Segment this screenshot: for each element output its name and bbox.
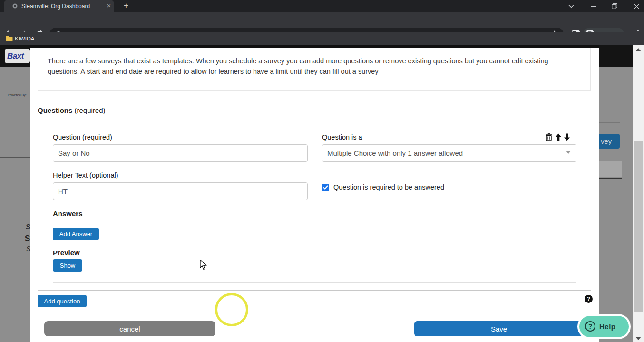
checkmark-icon	[323, 185, 328, 190]
page-scrollbar[interactable]	[633, 45, 644, 342]
preview-heading: Preview	[53, 249, 80, 257]
question-divider	[53, 282, 576, 283]
new-tab-button[interactable]: +	[121, 1, 131, 10]
move-question-down-icon[interactable]	[563, 133, 571, 141]
background-divider	[599, 122, 620, 123]
select-caret-icon	[566, 151, 571, 154]
questions-required-suffix: (required)	[72, 106, 105, 114]
questions-heading: Questions (required)	[38, 106, 106, 114]
window-close-button[interactable]	[632, 2, 641, 10]
intro-panel: There are a few surveys that exist as te…	[38, 48, 591, 91]
schedule-survey-button-fragment: vey	[599, 134, 620, 149]
scrollbar-thumb[interactable]	[634, 141, 643, 312]
site-header-right: Log out	[599, 45, 633, 67]
question-card: Question (required) Question is a Multip…	[38, 116, 591, 291]
scrollbar-up-arrow[interactable]	[635, 48, 641, 51]
window-restore-button[interactable]	[610, 2, 619, 10]
show-preview-button[interactable]: Show	[53, 259, 82, 272]
help-widget-button[interactable]: ? Help	[579, 316, 629, 337]
background-panel-fragment	[599, 161, 622, 177]
required-checkbox-label: Question is required to be answered	[333, 183, 444, 191]
add-question-button[interactable]: Add question	[38, 295, 87, 307]
cancel-button[interactable]: cancel	[44, 321, 215, 336]
tab-title: Steamville: Org Dashboard	[21, 3, 98, 10]
move-question-up-icon[interactable]	[555, 133, 562, 141]
click-highlight-ring	[215, 293, 248, 326]
question-input[interactable]	[53, 144, 308, 162]
tab-favicon-gear-icon	[12, 3, 18, 9]
bookmark-folder-icon	[6, 35, 13, 42]
background-divider	[599, 178, 622, 179]
add-answer-button[interactable]: Add Answer	[53, 228, 99, 240]
site-logo-text: Baxt	[5, 49, 30, 63]
mouse-cursor	[200, 260, 207, 270]
help-question-icon: ?	[585, 321, 595, 332]
site-logo: Baxt	[5, 49, 30, 63]
background-text-fragment: S	[25, 234, 30, 243]
survey-edit-modal: There are a few surveys that exist as te…	[30, 48, 599, 342]
powered-by-label: Powered By:	[8, 93, 27, 97]
delete-question-icon[interactable]	[545, 133, 553, 141]
bookmarks-bar: KIWIQA	[0, 32, 644, 45]
helper-text-input[interactable]	[53, 182, 308, 200]
question-label: Question (required)	[53, 133, 112, 141]
background-divider	[0, 157, 30, 158]
tab-search-chevron-icon[interactable]	[567, 2, 576, 10]
help-widget-label: Help	[599, 316, 616, 337]
question-type-select[interactable]: Multiple Choice with only 1 answer allow…	[322, 144, 576, 162]
question-type-selected-value: Multiple Choice with only 1 answer allow…	[327, 145, 463, 161]
browser-tab[interactable]: Steamville: Org Dashboard ×	[4, 0, 114, 12]
site-header-left: Baxt	[0, 45, 30, 67]
screen: Steamville: Org Dashboard × +	[0, 0, 644, 342]
answers-heading: Answers	[53, 210, 83, 218]
intro-text: There are a few surveys that exist as te…	[48, 56, 576, 77]
required-checkbox[interactable]	[322, 184, 329, 191]
tab-strip: Steamville: Org Dashboard × +	[0, 0, 644, 12]
question-type-label: Question is a	[322, 133, 362, 141]
help-circle-icon[interactable]: ?	[585, 295, 593, 303]
questions-heading-bold: Questions	[38, 106, 72, 114]
tab-close-icon[interactable]: ×	[105, 1, 113, 10]
helper-text-label: Helper Text (optional)	[53, 171, 118, 179]
window-minimize-button[interactable]	[589, 2, 597, 10]
bookmark-item-kiwiqa[interactable]: KIWIQA	[15, 36, 35, 41]
browser-toolbar: qa-gold.cityoflearning.me/admin/site-sur…	[0, 12, 644, 32]
scrollbar-down-arrow[interactable]	[635, 337, 641, 340]
save-button[interactable]: Save	[414, 321, 584, 336]
